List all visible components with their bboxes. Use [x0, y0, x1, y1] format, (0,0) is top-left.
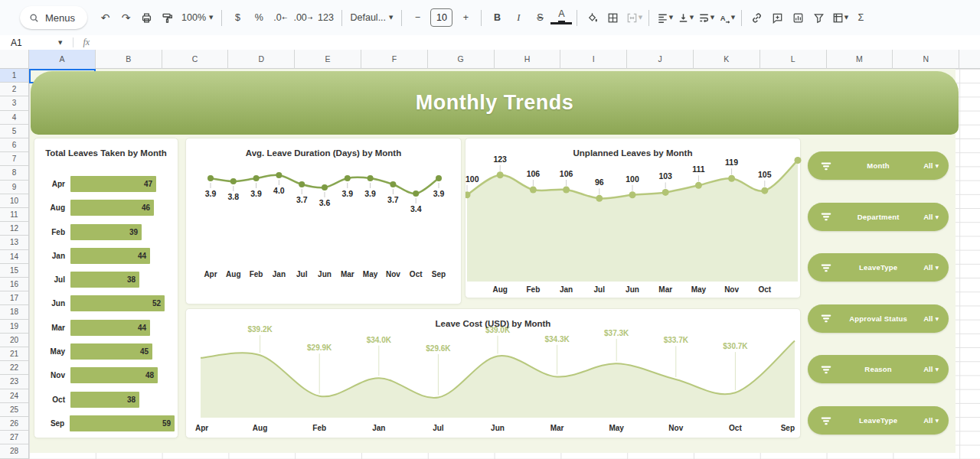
- row-header-19[interactable]: 19: [0, 320, 28, 334]
- row-header-4[interactable]: 4: [0, 111, 28, 125]
- row-header-17[interactable]: 17: [0, 291, 28, 305]
- caret-down-icon: ▼: [639, 15, 642, 21]
- filter-button-leavetype[interactable]: LeaveTypeAll▼: [808, 406, 949, 435]
- row-header-13[interactable]: 13: [0, 236, 28, 249]
- row-header-2[interactable]: 2: [0, 83, 28, 96]
- caret-down-icon: ▼: [935, 265, 939, 270]
- value-label: 39: [129, 228, 138, 236]
- text-rotation-icon[interactable]: A▼: [716, 8, 737, 28]
- decrease-decimal-button[interactable]: .0←: [270, 8, 291, 28]
- chart-card-unplanned-leaves[interactable]: 100123Aug106Feb106Jan96Jul100Jun103Mar11…: [465, 138, 801, 298]
- row-header-16[interactable]: 16: [0, 278, 28, 291]
- italic-button[interactable]: I: [508, 8, 529, 28]
- currency-format-button[interactable]: $: [227, 8, 248, 28]
- text-wrap-icon[interactable]: ▼: [695, 8, 716, 28]
- font-size-input-button[interactable]: 10: [430, 8, 452, 27]
- paint-format-icon[interactable]: [157, 8, 178, 28]
- column-header-E[interactable]: E: [295, 50, 361, 69]
- row-header-18[interactable]: 18: [0, 305, 28, 319]
- row-header-15[interactable]: 15: [0, 264, 28, 278]
- functions-button[interactable]: Σ: [850, 8, 871, 28]
- row-header-26[interactable]: 26: [0, 417, 28, 431]
- row-header-8[interactable]: 8: [0, 166, 28, 180]
- increase-font-size-button[interactable]: +: [455, 8, 476, 28]
- row-header-20[interactable]: 20: [0, 334, 28, 347]
- column-header-F[interactable]: F: [361, 50, 428, 69]
- fill-color-icon[interactable]: [582, 8, 603, 28]
- row-header-24[interactable]: 24: [0, 389, 28, 403]
- percent-format-button[interactable]: %: [248, 8, 270, 28]
- chart-card-total-leaves[interactable]: Total Leaves Taken by Month Apr47Aug46Fe…: [34, 138, 178, 438]
- column-header-J[interactable]: J: [627, 50, 694, 69]
- menus-search-button[interactable]: Menus: [20, 6, 87, 29]
- merge-cells-icon[interactable]: ▼: [623, 8, 644, 28]
- insert-comment-icon[interactable]: [767, 8, 788, 28]
- table-views-icon[interactable]: ▼: [829, 8, 850, 28]
- formula-input[interactable]: fx: [83, 37, 90, 48]
- filter-button-leavetype[interactable]: LeaveTypeAll▼: [808, 253, 949, 282]
- bar-row: Oct38: [41, 392, 175, 408]
- redo-icon[interactable]: ↷: [116, 8, 136, 28]
- vertical-align-icon[interactable]: ▼: [675, 8, 695, 28]
- row-header-1[interactable]: 1: [0, 69, 28, 83]
- bold-button[interactable]: B: [486, 8, 508, 28]
- column-header-N[interactable]: N: [893, 50, 959, 69]
- decrease-font-size-button[interactable]: −: [407, 8, 428, 28]
- row-header-10[interactable]: 10: [0, 194, 28, 208]
- row-header-28[interactable]: 28: [0, 444, 28, 458]
- column-header-K[interactable]: K: [694, 50, 760, 69]
- column-header-C[interactable]: C: [162, 50, 229, 69]
- axis-label: Apr: [195, 424, 208, 432]
- column-header-G[interactable]: G: [428, 50, 495, 69]
- row-header-9[interactable]: 9: [0, 181, 28, 194]
- cell-name-box[interactable]: A1: [0, 37, 58, 48]
- insert-chart-icon[interactable]: [788, 8, 808, 28]
- name-box-caret-icon[interactable]: ▼: [58, 40, 62, 46]
- strikethrough-button[interactable]: S: [529, 8, 550, 28]
- column-header-L[interactable]: L: [760, 50, 827, 69]
- row-header-27[interactable]: 27: [0, 431, 28, 444]
- row-header-21[interactable]: 21: [0, 347, 28, 361]
- filter-button-month[interactable]: MonthAll▼: [808, 151, 949, 180]
- filter-label: LeaveType: [833, 416, 923, 425]
- chart-card-avg-duration[interactable]: Avg. Leave Duration (Days) by Month 3.9A…: [185, 138, 462, 304]
- filter-button-approval-status[interactable]: Approval StatusAll▼: [808, 304, 949, 333]
- horizontal-align-icon[interactable]: ▼: [654, 8, 675, 28]
- increase-decimal-button[interactable]: .00→: [291, 8, 315, 28]
- bar: 39: [70, 224, 142, 240]
- column-header-D[interactable]: D: [228, 50, 295, 69]
- row-header-11[interactable]: 11: [0, 208, 28, 222]
- text-color-button[interactable]: A: [550, 11, 572, 24]
- filter-button-department[interactable]: DepartmentAll▼: [808, 203, 949, 231]
- select-all-corner[interactable]: [0, 50, 29, 69]
- insert-link-icon[interactable]: [746, 8, 767, 28]
- borders-icon[interactable]: [603, 8, 623, 28]
- row-header-12[interactable]: 12: [0, 222, 28, 236]
- print-icon[interactable]: [136, 8, 157, 28]
- row-header-3[interactable]: 3: [0, 96, 28, 110]
- zoom-select-button[interactable]: 100%▼: [178, 8, 217, 28]
- undo-icon[interactable]: ↶: [95, 8, 116, 28]
- font-select-label: Defaul...: [351, 12, 387, 23]
- row-header-7[interactable]: 7: [0, 152, 28, 166]
- column-header-B[interactable]: B: [96, 50, 162, 69]
- axis-label: Nov: [724, 285, 739, 294]
- bar-row: Mar44: [41, 320, 175, 336]
- column-header-A[interactable]: A: [29, 50, 96, 69]
- row-header-22[interactable]: 22: [0, 361, 28, 375]
- row-header-5[interactable]: 5: [0, 125, 28, 138]
- row-header-25[interactable]: 25: [0, 403, 28, 417]
- row-header-23[interactable]: 23: [0, 375, 28, 389]
- filter-button-reason[interactable]: ReasonAll▼: [808, 355, 949, 383]
- column-header-H[interactable]: H: [495, 50, 561, 69]
- row-header-14[interactable]: 14: [0, 250, 28, 264]
- column-header-I[interactable]: I: [560, 50, 627, 69]
- more-formats-button[interactable]: 123: [315, 8, 337, 28]
- font-select-button[interactable]: Defaul...▼: [347, 8, 397, 28]
- category-label: Aug: [41, 203, 65, 212]
- bar-row: Jul38: [41, 272, 175, 288]
- column-header-M[interactable]: M: [827, 50, 893, 69]
- create-filter-icon[interactable]: [808, 8, 829, 28]
- chart-card-leave-cost[interactable]: Apr$39.2KAug$29.9KFeb$34.0KJan$29.6KJul$…: [185, 308, 801, 438]
- row-header-6[interactable]: 6: [0, 138, 28, 152]
